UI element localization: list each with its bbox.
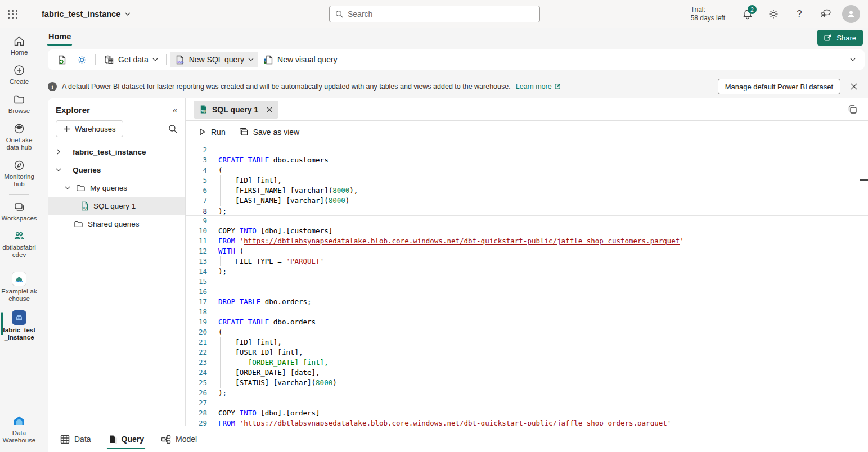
code-editor[interactable]: 23CREATE TABLE dbo.customers4(5 [ID] [in… — [186, 143, 868, 426]
code-line[interactable]: 2 — [186, 145, 868, 155]
tab-sql-query-1[interactable]: SQL SQL query 1 — [194, 101, 278, 119]
global-search-input[interactable]: Search — [329, 6, 540, 22]
tree-item-warehouse[interactable]: fabric_test_instance — [48, 143, 185, 161]
share-button[interactable]: Share — [817, 30, 863, 46]
settings-button[interactable] — [762, 3, 785, 25]
code-line[interactable]: 6 [FIRST_NAME] [varchar](8000), — [186, 186, 868, 196]
code-line[interactable]: 8); — [186, 206, 868, 216]
tree-item-queries[interactable]: Queries — [48, 161, 185, 179]
line-number: 7 — [186, 196, 207, 206]
rail-divider — [9, 194, 29, 195]
code-line[interactable]: 9 — [186, 216, 868, 226]
code-line[interactable]: 21 [ID] [int], — [186, 337, 868, 347]
nav-monitoring-hub[interactable]: Monitoring hub — [1, 155, 38, 192]
tree-item-my-queries[interactable]: My queries — [48, 179, 185, 197]
code-line[interactable]: 15 — [186, 277, 868, 287]
get-data-button[interactable]: Get data — [99, 52, 163, 67]
footer-tab-data[interactable]: Data — [55, 426, 97, 452]
code-line[interactable]: 20( — [186, 327, 868, 337]
code-line[interactable]: 12WITH ( — [186, 246, 868, 256]
code-line[interactable]: 3CREATE TABLE dbo.customers — [186, 155, 868, 165]
line-number: 10 — [186, 226, 207, 236]
new-visual-query-button[interactable]: New visual query — [258, 52, 342, 67]
account-button[interactable] — [840, 3, 862, 25]
nav-data-warehouse[interactable]: Data Warehouse — [1, 410, 38, 452]
line-number: 21 — [186, 337, 207, 347]
code-line[interactable]: 5 [ID] [int], — [186, 175, 868, 186]
notification-badge: 2 — [748, 5, 757, 14]
manage-default-dataset-button[interactable]: Manage default Power BI dataset — [718, 79, 840, 94]
query-toolbar: Run Save as view — [186, 121, 868, 143]
explorer-search-icon[interactable] — [168, 124, 177, 133]
nav-create[interactable]: Create — [1, 60, 38, 89]
sql-document-icon: SQL — [174, 55, 185, 65]
nav-item-examplelakehouse[interactable]: ExampleLakehouse — [1, 268, 38, 306]
code-line[interactable]: 16 — [186, 287, 868, 297]
line-number: 4 — [186, 165, 207, 175]
app-launcher-icon[interactable] — [0, 0, 26, 28]
workspace-people-icon — [12, 230, 26, 242]
gear-icon — [768, 8, 779, 20]
notifications-button[interactable]: 2 — [736, 3, 759, 25]
save-as-view-icon — [239, 128, 249, 137]
line-content: [STATUS] [varchar](8000) — [218, 378, 337, 388]
line-content: [FIRST_NAME] [varchar](8000), — [218, 186, 358, 196]
code-line[interactable]: 23 -- [ORDER_DATE] [int], — [186, 358, 868, 368]
tab-home[interactable]: Home — [47, 30, 72, 46]
code-line[interactable]: 10COPY INTO [dbo].[customers] — [186, 226, 868, 236]
line-content: FROM 'https://dbtlabsynapsedatalake.blob… — [218, 236, 684, 246]
code-line[interactable]: 14); — [186, 266, 868, 277]
line-number: 6 — [186, 186, 207, 196]
line-number: 23 — [186, 358, 207, 368]
nav-onelake-data-hub[interactable]: OneLake data hub — [1, 119, 38, 155]
search-icon — [335, 10, 343, 18]
new-sql-query-button[interactable]: SQL New SQL query — [170, 52, 258, 67]
code-line[interactable]: 29FROM 'https://dbtlabsynapsedatalake.bl… — [186, 418, 868, 426]
workspace-title-dropdown[interactable]: fabric_test_instance — [42, 10, 131, 19]
save-as-view-button[interactable]: Save as view — [233, 124, 305, 141]
code-line[interactable]: 24 [ORDER_DATE] [date], — [186, 368, 868, 378]
nav-item-fabric-test-instance[interactable]: fabric_test_instance — [1, 306, 38, 345]
chevron-down-icon — [850, 57, 856, 62]
line-number: 9 — [186, 216, 207, 226]
run-button[interactable]: Run — [192, 124, 231, 141]
nav-browse[interactable]: Browse — [1, 89, 38, 119]
code-line[interactable]: 27 — [186, 398, 868, 408]
code-line[interactable]: 19CREATE TABLE dbo.orders — [186, 317, 868, 327]
banner-close-button[interactable] — [845, 78, 862, 95]
code-line[interactable]: 28COPY INTO [dbo].[orders] — [186, 408, 868, 418]
toolbar-expand-button[interactable] — [845, 52, 860, 67]
refresh-button[interactable] — [52, 52, 72, 67]
close-tab-icon[interactable] — [266, 106, 273, 113]
help-button[interactable]: ? — [788, 3, 811, 25]
line-content: CREATE TABLE dbo.customers — [218, 155, 329, 165]
line-number: 8 — [186, 206, 207, 215]
learn-more-link[interactable]: Learn more — [516, 83, 561, 91]
feedback-button[interactable] — [814, 3, 836, 25]
svg-text:SQL: SQL — [82, 207, 88, 210]
code-line[interactable]: 7 [LAST_NAME] [varchar](8000) — [186, 196, 868, 206]
code-line[interactable]: 22 [USER_ID] [int], — [186, 347, 868, 358]
line-number: 13 — [186, 256, 207, 266]
nav-workspaces[interactable]: Workspaces — [1, 197, 38, 226]
copy-icon[interactable] — [848, 105, 858, 115]
nav-home[interactable]: Home — [1, 31, 38, 60]
code-line[interactable]: 17DROP TABLE dbo.orders; — [186, 297, 868, 307]
footer-tab-query[interactable]: Query — [102, 426, 150, 452]
settings-ribbon-button[interactable] — [72, 52, 92, 67]
code-line[interactable]: 13 FILE_TYPE = 'PARQUET' — [186, 256, 868, 266]
add-warehouses-button[interactable]: Warehouses — [56, 120, 123, 137]
footer-tab-model[interactable]: Model — [155, 426, 203, 452]
code-line[interactable]: 11FROM 'https://dbtlabsynapsedatalake.bl… — [186, 236, 868, 246]
collapse-explorer-icon[interactable]: « — [173, 105, 177, 115]
person-icon — [846, 9, 856, 19]
code-line[interactable]: 4( — [186, 165, 868, 175]
code-line[interactable]: 18 — [186, 307, 868, 317]
tree-item-sql-query-1[interactable]: SQL SQL query 1 — [48, 197, 185, 215]
code-line[interactable]: 25 [STATUS] [varchar](8000) — [186, 378, 868, 388]
nav-workspace-dbtlabsfabricdev[interactable]: dbtlabsfabricdev — [1, 226, 38, 263]
data-warehouse-icon — [12, 414, 26, 428]
code-line[interactable]: 26); — [186, 388, 868, 398]
share-icon — [824, 34, 833, 42]
tree-item-shared-queries[interactable]: Shared queries — [48, 215, 185, 233]
